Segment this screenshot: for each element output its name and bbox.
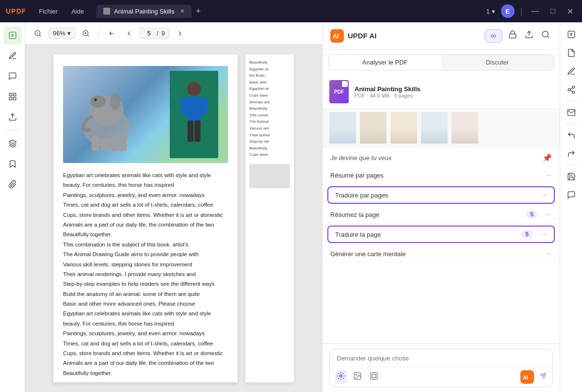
zoom-out-button[interactable] (31, 28, 45, 39)
user-avatar[interactable]: E (501, 4, 515, 18)
right-icon-ocr[interactable] (563, 26, 580, 43)
ai-screenshot-icon[interactable] (368, 371, 380, 384)
first-page-button[interactable] (105, 28, 118, 39)
suggestion-traduire-page[interactable]: Traduire la page 5 → (327, 226, 555, 243)
menu-fichier[interactable]: Fichier (34, 6, 63, 17)
next-page-button[interactable] (173, 28, 187, 39)
new-tab-button[interactable]: + (195, 6, 201, 16)
svg-point-23 (94, 98, 97, 101)
svg-rect-29 (194, 120, 200, 142)
svg-point-24 (187, 82, 201, 96)
pdf-text-line: Basic and other more advanced ones. Plea… (63, 299, 228, 308)
pdf-page2-text-line: Beautifully (249, 105, 290, 112)
svg-rect-26 (180, 98, 186, 115)
pin-icon: 📌 (542, 153, 552, 163)
right-icon-sign[interactable] (563, 63, 580, 80)
sidebar-icon-export[interactable] (3, 108, 22, 126)
sidebar-icon-bookmark[interactable] (3, 155, 22, 173)
pdf-text-line: Egyptian art celebrates animals like cat… (63, 171, 228, 180)
svg-line-47 (570, 90, 572, 92)
pdf-text-line: Animals are a part of our daily life, th… (63, 220, 228, 229)
right-icon-chat[interactable] (563, 187, 580, 203)
pdf-text-line: Cups, store brands and other items. Whet… (63, 211, 228, 219)
tab-title: Animal Painting Skills (114, 8, 174, 15)
sidebar-icon-layers[interactable] (3, 134, 22, 153)
suggestion-resume-pages[interactable]: Résumé par pages → (323, 166, 560, 184)
sidebar-icon-layout[interactable] (3, 87, 22, 106)
minimize-button[interactable]: — (528, 6, 542, 16)
infinity-button[interactable]: ∞ (485, 29, 502, 43)
pdf-page2-text-line: Cups stare (249, 92, 290, 99)
pdf-area: 96% ▾ / 9 (25, 22, 322, 392)
right-icon-email[interactable] (563, 104, 580, 121)
toolbar-sep-1 (98, 29, 99, 38)
ai-send-button[interactable] (538, 371, 548, 383)
close-button[interactable]: ✕ (564, 6, 576, 17)
right-icon-redo[interactable] (563, 146, 580, 162)
tab-analyze[interactable]: Analyser le PDF (329, 55, 441, 70)
ai-panel-title: UPDF AI (348, 32, 376, 40)
suggestion-traduire-pages[interactable]: Traduire par pages → (327, 186, 555, 204)
page-number-input[interactable] (144, 30, 154, 37)
menu-aide[interactable]: Aide (66, 6, 89, 17)
zoom-level-display[interactable]: 96% ▾ (48, 28, 75, 39)
doc-info: PDF Animal Painting Skills PDF · 44.6 MB… (323, 75, 560, 109)
ai-image-icon[interactable] (351, 371, 364, 384)
sidebar-icon-edit[interactable] (3, 26, 22, 45)
doc-details: Animal Painting Skills PDF · 44.6 MB · 9… (355, 85, 553, 98)
ai-tabs-wrapper: Analyser le PDF Discuter (323, 49, 560, 75)
pdf-content: Egyptian art celebrates animals like cat… (25, 45, 322, 392)
ai-lock-button[interactable] (506, 28, 519, 43)
pdf-page2-text-line: The Animal (249, 118, 290, 125)
app-logo: UPDF (6, 7, 26, 15)
pdf-text-line: Various skill levels, stepping stones fo… (63, 260, 228, 269)
pdf-page-partial: BeautifullyEgyptian arthe Build ,Basic a… (245, 54, 294, 382)
right-icon-convert[interactable] (563, 45, 580, 61)
svg-point-45 (568, 89, 570, 91)
suggestion-resume-page[interactable]: Résumez la page 5 → (323, 206, 560, 224)
right-icon-save[interactable] (563, 168, 580, 185)
svg-point-36 (340, 375, 342, 377)
page-count-display: 1 ▾ (486, 8, 495, 15)
suggestion-badge-4: 5 (521, 230, 533, 238)
suggestion-arrow-1: → (545, 171, 552, 179)
maximize-button[interactable]: □ (548, 6, 558, 16)
tab-close-icon[interactable]: ✕ (180, 8, 185, 15)
separator: | (520, 6, 523, 16)
sidebar-icon-highlight[interactable] (3, 47, 22, 65)
right-divider-1 (566, 101, 577, 101)
ai-search-button[interactable] (539, 28, 552, 43)
prev-page-button[interactable] (122, 28, 136, 39)
pdf-page2-text-line: Beautifully (249, 145, 290, 152)
right-icon-undo[interactable] (563, 127, 580, 144)
tab-discuss[interactable]: Discuter (441, 55, 554, 70)
pdf-text-line: Step-by-step examples to help readers se… (63, 279, 228, 288)
suggestion-carte-mentale[interactable]: Générer une carte mentale → (323, 245, 560, 263)
svg-rect-2 (13, 93, 16, 96)
svg-text:AI: AI (333, 33, 339, 40)
svg-text:AI: AI (523, 375, 528, 380)
right-icon-share[interactable] (563, 82, 580, 98)
ai-export-button[interactable] (523, 28, 535, 43)
ai-chat-input[interactable] (330, 349, 552, 367)
suggestions-section: Je devine que tu veux 📌 Résumé par pages… (323, 147, 560, 343)
svg-line-11 (87, 35, 89, 36)
pdf-page2-text-line: Egyptian ar (249, 85, 290, 92)
pdf-text-line: This combination is the subject of this … (63, 240, 228, 249)
ai-prompt-icon[interactable] (335, 371, 347, 384)
sidebar-icon-attach[interactable] (3, 175, 22, 194)
svg-point-18 (110, 93, 120, 111)
pdf-page2-text-line: This combi (249, 112, 290, 119)
pdf-text-line: Times, cat and dog art sells a lot of t-… (63, 200, 228, 209)
pdf-text-line: Times, cat and dog art sells a lot of t-… (63, 339, 228, 348)
tab-animal-painting[interactable]: Animal Painting Skills ✕ (97, 5, 192, 18)
doc-name: Animal Painting Skills (355, 85, 553, 93)
ai-brand-small-icon: AI (520, 370, 534, 384)
sidebar-icon-comment[interactable] (3, 67, 22, 85)
preview-thumb-1 (329, 112, 356, 144)
svg-line-8 (39, 35, 41, 36)
svg-rect-21 (111, 138, 118, 151)
svg-rect-25 (187, 97, 201, 120)
zoom-in-button[interactable] (79, 28, 93, 39)
preview-thumb-4 (421, 112, 448, 144)
